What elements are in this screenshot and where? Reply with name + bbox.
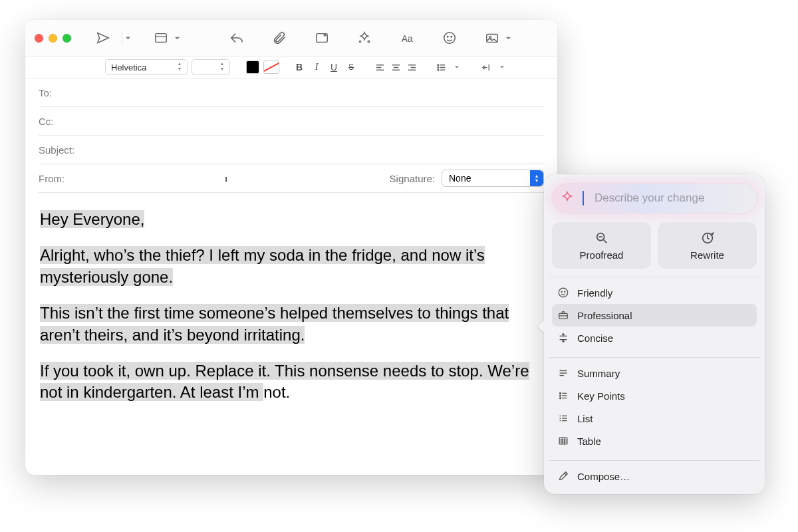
send-options-chevron[interactable]	[122, 26, 133, 50]
svg-point-33	[561, 291, 562, 292]
message-body[interactable]: Hey Everyone, Alright, who’s the thief? …	[25, 193, 557, 475]
to-input[interactable]	[92, 86, 544, 99]
window-toolbar: Aa	[25, 20, 557, 57]
format-summary[interactable]: Summary	[552, 362, 757, 384]
writing-tools-input[interactable]	[593, 191, 746, 205]
popover-divider	[549, 460, 759, 461]
svg-rect-2	[317, 34, 328, 43]
format-table-label: Table	[577, 436, 601, 447]
compose-item[interactable]: Compose…	[552, 465, 757, 487]
svg-point-20	[437, 64, 438, 65]
tone-professional[interactable]: Professional	[552, 304, 757, 327]
svg-rect-0	[156, 34, 167, 43]
writing-tools-input-wrap[interactable]	[552, 184, 757, 213]
signature-value: None	[449, 173, 471, 184]
zoom-window-button[interactable]	[63, 34, 71, 43]
cc-label: Cc:	[39, 116, 92, 127]
format-keypoints[interactable]: Key Points	[552, 384, 757, 407]
popover-divider	[549, 277, 759, 277]
svg-point-4	[359, 41, 360, 42]
send-button[interactable]	[88, 26, 118, 50]
pencil-icon	[557, 470, 569, 482]
svg-text:Aa: Aa	[402, 34, 413, 44]
compose-window: Aa Helvetica B I	[25, 20, 557, 475]
format-keypoints-label: Key Points	[577, 390, 625, 402]
subject-label: Subject:	[39, 144, 92, 156]
smile-icon	[557, 287, 569, 299]
svg-point-22	[437, 69, 438, 70]
svg-line-59	[565, 473, 567, 475]
body-p2: Alright, who’s the thief? I left my soda…	[40, 246, 485, 285]
format-list[interactable]: List	[552, 407, 757, 430]
tone-concise[interactable]: Concise	[552, 327, 757, 349]
underline-button[interactable]: U	[327, 60, 340, 74]
svg-point-6	[444, 33, 456, 44]
body-p4b: not.	[263, 383, 290, 401]
cc-input[interactable]	[92, 115, 544, 128]
window-controls	[35, 34, 71, 43]
apple-intelligence-icon	[559, 190, 576, 207]
svg-point-7	[448, 36, 448, 37]
image-tools-button[interactable]	[307, 26, 336, 50]
signature-label: Signature:	[390, 173, 435, 184]
briefcase-icon	[557, 309, 569, 321]
indent-button[interactable]	[479, 61, 493, 74]
svg-point-34	[565, 291, 565, 292]
font-size-select[interactable]	[192, 59, 230, 75]
svg-point-32	[559, 288, 568, 297]
from-row: From: ı Signature: None	[39, 164, 544, 193]
proofread-button[interactable]: Proofread	[552, 222, 651, 269]
italic-button[interactable]: I	[310, 60, 323, 74]
format-toolbar: Helvetica B I U S	[25, 57, 557, 78]
compose-label: Compose…	[577, 471, 630, 482]
font-family-select[interactable]: Helvetica	[105, 59, 188, 75]
svg-point-8	[451, 36, 452, 37]
list-button[interactable]	[434, 61, 448, 74]
emoji-button[interactable]	[435, 26, 464, 50]
bold-button[interactable]: B	[293, 60, 306, 74]
header-fields: To: Cc: Subject: From: ı Signature: None	[25, 78, 557, 193]
align-right-button[interactable]	[404, 61, 419, 74]
rewrite-button[interactable]: Rewrite	[658, 222, 757, 269]
indent-chevron[interactable]	[497, 65, 507, 70]
proofread-label: Proofread	[580, 249, 624, 261]
tone-friendly-label: Friendly	[577, 287, 612, 299]
svg-line-29	[603, 239, 606, 243]
format-table[interactable]: Table	[552, 430, 757, 452]
rewrite-label: Rewrite	[690, 249, 724, 261]
writing-tools-button[interactable]	[350, 26, 379, 50]
signature-select[interactable]: None	[442, 170, 544, 187]
insert-media-button[interactable]	[477, 26, 507, 50]
subject-input[interactable]	[92, 144, 544, 156]
align-center-button[interactable]	[388, 61, 403, 74]
from-value[interactable]: ı	[225, 173, 227, 184]
header-fields-button[interactable]	[146, 26, 176, 50]
svg-point-10	[489, 37, 491, 39]
font-family-value: Helvetica	[111, 63, 146, 72]
svg-rect-54	[559, 438, 567, 444]
strike-button[interactable]: S	[344, 60, 358, 74]
attach-button[interactable]	[265, 26, 294, 50]
list-chevron[interactable]	[452, 65, 462, 70]
to-row: To:	[39, 78, 544, 107]
to-label: To:	[39, 87, 92, 98]
cc-row: Cc:	[39, 107, 544, 136]
close-window-button[interactable]	[35, 34, 43, 43]
body-p3: This isn’t the first time someone’s help…	[40, 304, 509, 343]
text-color-swatch[interactable]	[246, 61, 259, 74]
reply-button[interactable]	[222, 26, 251, 50]
svg-point-43	[560, 395, 561, 396]
popover-arrow	[538, 319, 545, 334]
tone-concise-label: Concise	[577, 332, 613, 344]
bg-color-swatch[interactable]	[263, 61, 279, 74]
input-caret	[583, 191, 584, 205]
concise-icon	[557, 332, 569, 344]
from-label: From:	[39, 173, 92, 184]
minimize-window-button[interactable]	[49, 34, 57, 43]
tone-friendly[interactable]: Friendly	[552, 281, 757, 304]
svg-point-42	[560, 393, 561, 394]
format-button[interactable]: Aa	[392, 26, 422, 50]
format-summary-label: Summary	[577, 368, 620, 379]
keypoints-icon	[557, 390, 569, 402]
align-left-button[interactable]	[372, 61, 387, 74]
